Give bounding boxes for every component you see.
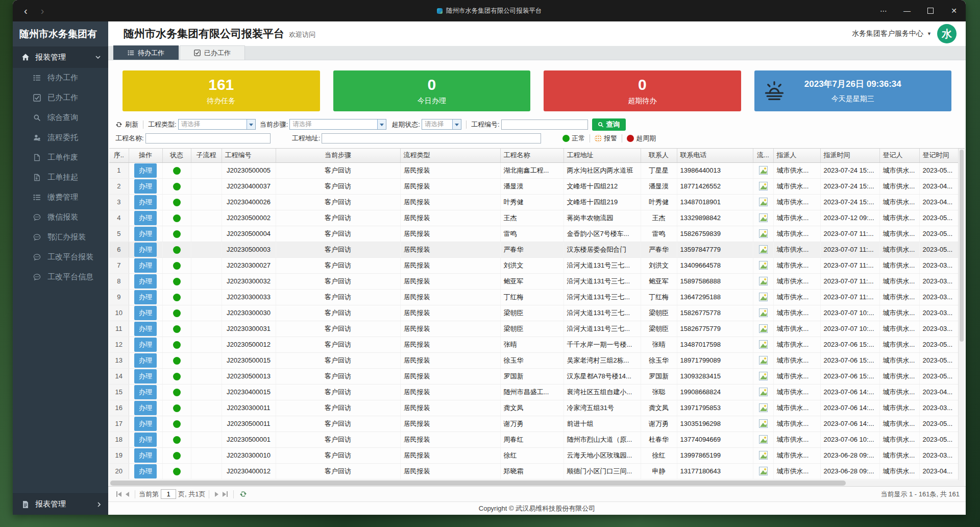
vertical-scrollbar-thumb[interactable] xyxy=(960,150,964,342)
handle-button[interactable]: 办理 xyxy=(134,195,157,209)
table-row[interactable]: 20办理J20230400012客户回访居民报装郑晓霜顺德门小区门口三间...申… xyxy=(109,463,962,479)
flow-chart-icon[interactable] xyxy=(759,229,768,238)
column-header[interactable]: 子流程 xyxy=(191,149,222,162)
handle-button[interactable]: 办理 xyxy=(134,417,157,431)
search-button[interactable]: 查询 xyxy=(592,118,626,131)
handle-button[interactable]: 办理 xyxy=(134,163,157,178)
table-row[interactable]: 18办理J20230500001客户回访居民报装周春红随州市烈山大道（原...杜… xyxy=(109,432,962,447)
tab-pending-work[interactable]: 待办工作 xyxy=(113,45,179,60)
sidebar-item[interactable]: 工单挂起 xyxy=(13,167,108,187)
avatar[interactable]: 水 xyxy=(937,24,957,43)
stat-card[interactable]: 0超期待办 xyxy=(544,70,741,111)
project-address-input[interactable] xyxy=(322,133,541,143)
overdue-status-select[interactable]: 请选择 xyxy=(422,119,461,130)
flow-chart-icon[interactable] xyxy=(759,324,768,333)
column-header[interactable]: 登记时间 xyxy=(919,149,962,162)
stat-card[interactable]: 161待办任务 xyxy=(122,70,320,111)
table-row[interactable]: 8办理J20230300032客户回访居民报装鲍亚军沿河大道131号三七...鲍… xyxy=(109,273,962,289)
stat-card[interactable]: 0今日办理 xyxy=(333,70,531,111)
table-row[interactable]: 10办理J20230300030客户回访居民报装梁朝臣沿河大道131号三七...… xyxy=(109,305,962,321)
column-header[interactable]: 序.. xyxy=(109,149,129,162)
column-header[interactable]: 流程类型 xyxy=(400,149,500,162)
table-row[interactable]: 19办理J20230300010客户回访居民报装徐红云海天地小区玫瑰园...徐红… xyxy=(109,447,962,463)
user-menu[interactable]: 水务集团客户服务中心 ▼ xyxy=(852,29,932,38)
flow-chart-icon[interactable] xyxy=(759,356,768,365)
handle-button[interactable]: 办理 xyxy=(134,274,157,289)
handle-button[interactable]: 办理 xyxy=(134,290,157,304)
flow-chart-icon[interactable] xyxy=(759,403,768,412)
sidebar-item[interactable]: 工单作废 xyxy=(13,148,108,167)
handle-button[interactable]: 办理 xyxy=(134,211,157,225)
column-header[interactable]: 当前步骤 xyxy=(276,149,400,162)
table-row[interactable]: 9办理J20230300033客户回访居民报装丁红梅沿河大道131号三七...丁… xyxy=(109,289,962,305)
table-row[interactable]: 5办理J20230500004客户回访居民报装雷鸣金香韵小区7号楼车...雷鸣1… xyxy=(109,226,962,242)
column-header[interactable]: 联系电话 xyxy=(677,149,753,162)
flow-chart-icon[interactable] xyxy=(759,213,768,222)
flow-chart-icon[interactable] xyxy=(759,451,768,460)
project-name-input[interactable] xyxy=(145,133,271,143)
sidebar-item[interactable]: 流程委托 xyxy=(13,128,108,148)
flow-chart-icon[interactable] xyxy=(759,182,768,190)
handle-button[interactable]: 办理 xyxy=(134,369,157,384)
column-header[interactable]: 状态 xyxy=(162,149,191,162)
sidebar-item[interactable]: 工改平台报装 xyxy=(13,247,108,267)
back-icon[interactable]: ‹ xyxy=(24,6,28,16)
handle-button[interactable]: 办理 xyxy=(134,243,157,257)
flow-chart-icon[interactable] xyxy=(759,261,768,270)
column-header[interactable]: 操作 xyxy=(129,149,162,162)
table-row[interactable]: 15办理J20230400015客户回访居民报装随州市昌盛工...襄湾社区五组自… xyxy=(109,384,962,400)
flow-chart-icon[interactable] xyxy=(759,308,768,317)
close-icon[interactable]: ✕ xyxy=(942,0,966,21)
sidebar-item[interactable]: 工改平台信息 xyxy=(13,267,108,287)
tab-done-work[interactable]: 已办工作 xyxy=(180,45,245,60)
next-page-button[interactable] xyxy=(215,492,218,497)
pager-refresh-icon[interactable] xyxy=(239,490,247,498)
flow-chart-icon[interactable] xyxy=(759,277,768,285)
flow-chart-icon[interactable] xyxy=(759,435,768,444)
handle-button[interactable]: 办理 xyxy=(134,258,157,273)
flow-chart-icon[interactable] xyxy=(759,245,768,254)
sidebar-item[interactable]: 待办工作 xyxy=(13,68,108,88)
table-row[interactable]: 1办理J20230500005客户回访居民报装湖北南鑫工程...两水沟社区内两水… xyxy=(109,162,962,178)
flow-chart-icon[interactable] xyxy=(759,340,768,349)
table-row[interactable]: 2办理J20230400037客户回访居民报装潘显漠文峰塔十四组212潘显漠18… xyxy=(109,178,962,194)
last-page-button[interactable] xyxy=(223,491,228,497)
flow-chart-icon[interactable] xyxy=(759,372,768,380)
refresh-button[interactable]: 刷新 xyxy=(115,120,138,129)
flow-chart-icon[interactable] xyxy=(759,293,768,301)
handle-button[interactable]: 办理 xyxy=(134,433,157,447)
current-step-select[interactable]: 请选择 xyxy=(289,119,386,130)
table-row[interactable]: 13办理J20230500015客户回访居民报装徐玉华吴家老湾村三组2栋...徐… xyxy=(109,352,962,368)
sidebar-item[interactable]: 已办工作 xyxy=(13,88,108,108)
column-header[interactable]: 流... xyxy=(753,149,773,162)
sidebar-item[interactable]: 微信报装 xyxy=(13,207,108,227)
horizontal-scrollbar-thumb[interactable] xyxy=(110,481,846,486)
first-page-button[interactable] xyxy=(116,491,121,497)
flow-chart-icon[interactable] xyxy=(759,467,768,475)
flow-chart-icon[interactable] xyxy=(759,166,768,175)
table-row[interactable]: 4办理J20230500002客户回访居民报装王杰蒋岗丰农物流园王杰133298… xyxy=(109,210,962,226)
prev-page-button[interactable] xyxy=(126,492,129,497)
more-icon[interactable]: ⋯ xyxy=(872,0,895,21)
handle-button[interactable]: 办理 xyxy=(134,322,157,336)
forward-icon[interactable]: › xyxy=(41,6,44,16)
table-row[interactable]: 11办理J20230300031客户回访居民报装梁朝臣沿河大道131号三七...… xyxy=(109,321,962,337)
column-header[interactable]: 指派时间 xyxy=(820,149,879,162)
table-row[interactable]: 16办理J20230300011客户回访居民报装龚文凤冷家湾五组31号龚文凤13… xyxy=(109,400,962,416)
flow-chart-icon[interactable] xyxy=(759,198,768,206)
sidebar-item[interactable]: 综合查询 xyxy=(13,108,108,128)
table-row[interactable]: 14办理J20230500013客户回访居民报装罗国新汉东星都A78号楼14..… xyxy=(109,368,962,384)
minimize-icon[interactable]: — xyxy=(895,0,919,21)
handle-button[interactable]: 办理 xyxy=(134,353,157,368)
sidebar-item-report-install-mgmt[interactable]: 报装管理 xyxy=(13,46,108,68)
flow-chart-icon[interactable] xyxy=(759,388,768,396)
column-header[interactable]: 联系人 xyxy=(641,149,677,162)
table-row[interactable]: 3办理J20230400026客户回访居民报装叶秀健文峰塔十四组219叶秀健13… xyxy=(109,194,962,210)
vertical-scrollbar[interactable] xyxy=(958,149,965,480)
handle-button[interactable]: 办理 xyxy=(134,464,157,478)
table-row[interactable]: 6办理J20230500003客户回访居民报装严春华汉东楼居委会阳合门严春华13… xyxy=(109,242,962,257)
table-row[interactable]: 12办理J20230500012客户回访居民报装张晴千千水岸一期一号楼...张晴… xyxy=(109,337,962,352)
column-header[interactable]: 登记人 xyxy=(879,149,919,162)
page-input[interactable] xyxy=(161,489,176,499)
table-row[interactable]: 17办理J20230500011客户回访居民报装谢万勇前进十组谢万勇130351… xyxy=(109,416,962,432)
